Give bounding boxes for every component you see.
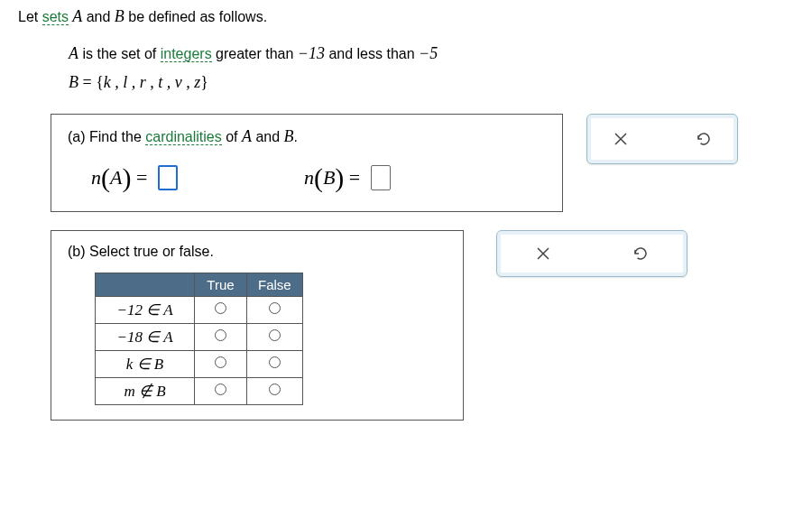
table-row: m ∉ B [96,377,303,404]
radio-false[interactable] [269,384,281,395]
undo-icon[interactable] [694,129,714,149]
definitions: A is the set of integers greater than −1… [69,39,794,97]
undo-icon[interactable] [631,244,651,264]
table-row: k ∈ B [96,350,303,377]
toolbox-a [586,114,738,164]
table-row: −12 ∈ A [96,296,303,323]
radio-false[interactable] [269,356,281,368]
radio-false[interactable] [269,329,281,341]
intro-text: Let sets A and B be defined as follows. [18,7,794,26]
part-b-label: (b) [68,244,86,259]
radio-true[interactable] [215,384,226,395]
table-header-false: False [247,273,303,296]
sets-link[interactable]: sets [42,9,69,25]
radio-false[interactable] [269,302,281,314]
radio-true[interactable] [215,302,226,314]
radio-true[interactable] [215,356,226,368]
radio-true[interactable] [215,329,226,341]
table-header-true: True [195,273,247,296]
close-icon[interactable] [611,129,631,149]
cardinalities-link[interactable]: cardinalities [145,129,221,145]
part-b-panel: (b) Select true or false. True False −12… [51,230,464,421]
table-header-blank [96,273,195,296]
n-of-b: n(B) = [304,162,391,193]
n-a-input[interactable] [158,165,178,190]
close-icon[interactable] [533,244,553,264]
part-a-panel: (a) Find the cardinalities of A and B. n… [51,114,563,212]
set-b-def: B = {k , l , r , t , v , z} [69,68,794,97]
part-a-label: (a) [68,129,86,144]
n-of-a: n(A) = [91,162,178,193]
toolbox-b [496,230,687,277]
n-b-input[interactable] [371,165,391,190]
true-false-table: True False −12 ∈ A −18 ∈ A k ∈ B m ∉ B [95,273,303,405]
table-row: −18 ∈ A [96,323,303,350]
integers-link[interactable]: integers [161,46,212,62]
